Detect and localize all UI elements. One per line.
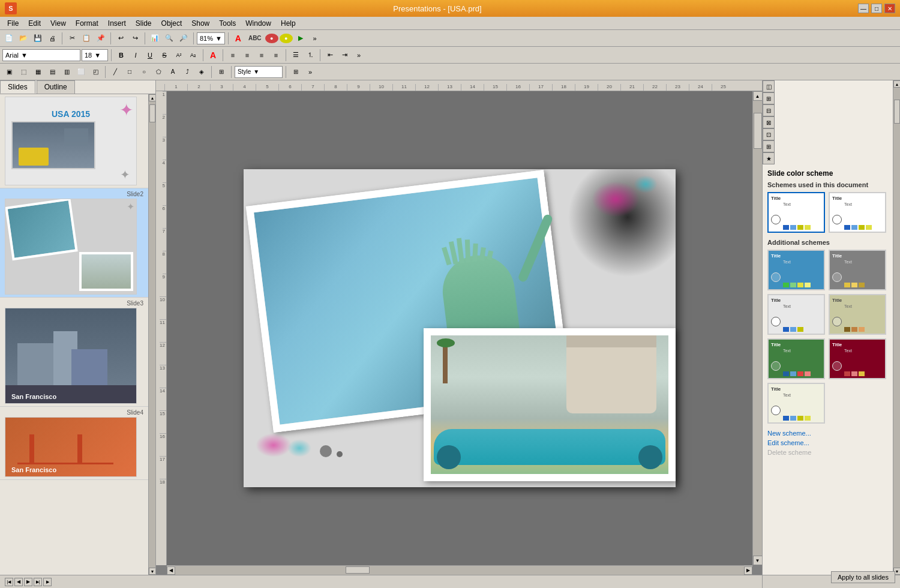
font-color-button[interactable]: A [206, 49, 220, 62]
more-fmt-button[interactable]: » [352, 49, 365, 62]
play-show[interactable]: ▶ [43, 578, 52, 586]
strikethrough-button[interactable]: S [158, 49, 171, 62]
superscript-button[interactable]: A² [172, 49, 185, 62]
vscroll-up[interactable]: ▲ [753, 91, 763, 101]
new-button[interactable]: 📄 [2, 32, 16, 45]
slide-item-1[interactable]: USA 2015 ✦ ✦ [0, 94, 148, 188]
text-button[interactable]: A [232, 32, 245, 45]
maximize-button[interactable]: □ [871, 4, 882, 13]
size-dropdown[interactable]: 18 ▼ [82, 49, 108, 61]
rect-tool[interactable]: □ [123, 65, 136, 79]
draw-btn3[interactable]: ▤ [46, 65, 59, 79]
vscroll-thumb[interactable] [754, 113, 762, 149]
save-button[interactable]: 💾 [31, 32, 44, 45]
apply-to-slides-button[interactable]: Apply to all slides [831, 571, 895, 583]
close-button[interactable]: ✕ [884, 4, 895, 13]
menu-slide[interactable]: Slide [131, 18, 157, 29]
menu-help[interactable]: Help [276, 18, 301, 29]
nav-last[interactable]: ▶| [34, 578, 42, 586]
align-center-button[interactable]: ≡ [241, 49, 254, 62]
photo-beach[interactable] [424, 328, 676, 481]
hscroll-thumb[interactable] [346, 566, 370, 574]
find-button[interactable]: 🔎 [177, 32, 190, 45]
justify-button[interactable]: ≡ [269, 49, 283, 62]
draw-more[interactable]: ◈ [195, 65, 208, 79]
panel-icon-1[interactable]: ◫ [763, 80, 775, 92]
redo-button[interactable]: ↪ [128, 32, 142, 45]
panel-icon-5[interactable]: ⊡ [763, 128, 775, 140]
edit-scheme-link[interactable]: Edit scheme... [767, 439, 888, 446]
slide-scroll-up[interactable]: ▲ [149, 94, 155, 101]
menu-object[interactable]: Object [157, 18, 187, 29]
undo-button[interactable]: ↩ [114, 32, 127, 45]
scheme-green[interactable]: Title Text [767, 338, 825, 379]
scheme-used-1[interactable]: Title Text [767, 192, 825, 233]
menu-format[interactable]: Format [71, 18, 103, 29]
new-scheme-link[interactable]: New scheme... [767, 430, 888, 437]
font-dropdown[interactable]: Arial ▼ [2, 49, 80, 61]
draw-btn6[interactable]: ◰ [89, 65, 102, 79]
slide-scroll-thumb[interactable] [149, 104, 155, 122]
spellcheck-button[interactable]: ABC [246, 32, 264, 45]
scheme-blue[interactable]: Title Text [767, 250, 825, 290]
tab-slides[interactable]: Slides [0, 80, 35, 94]
copy-button[interactable]: 📋 [80, 32, 93, 45]
slide-item-2[interactable]: Slide2 ✦ [0, 188, 148, 298]
panel-icon-6[interactable]: ⊞ [763, 140, 775, 152]
panel-icon-3[interactable]: ⊟ [763, 104, 775, 116]
tab-outline[interactable]: Outline [37, 80, 75, 94]
panel-icon-7[interactable]: ★ [763, 152, 775, 164]
draw-btn5[interactable]: ⬜ [74, 65, 88, 79]
paste-button[interactable]: 📌 [94, 32, 107, 45]
rps-up[interactable]: ▲ [893, 80, 900, 88]
menu-edit[interactable]: Edit [23, 18, 46, 29]
style-dropdown[interactable]: Style▼ [235, 66, 283, 78]
oval-tool[interactable]: ○ [137, 65, 151, 79]
draw-btn4[interactable]: ▥ [60, 65, 73, 79]
bold-button[interactable]: B [115, 49, 128, 62]
align-right-button[interactable]: ≡ [255, 49, 268, 62]
arrange-tool[interactable]: ⊞ [215, 65, 228, 79]
menu-file[interactable]: File [2, 18, 23, 29]
more-draw-button[interactable]: » [304, 65, 317, 79]
text-tool[interactable]: A [166, 65, 179, 79]
scheme-tan[interactable]: Title Text [829, 294, 886, 335]
italic-button[interactable]: I [129, 49, 142, 62]
draw-select[interactable]: ▣ [2, 65, 16, 79]
panel-icon-2[interactable]: ⊞ [763, 92, 775, 104]
draw-btn1[interactable]: ⬚ [17, 65, 30, 79]
indent-less-button[interactable]: ⇤ [323, 49, 337, 62]
hscroll-left[interactable]: ◀ [167, 566, 175, 575]
scheme-light[interactable]: Title Text [767, 294, 825, 335]
cut-button[interactable]: ✂ [65, 32, 79, 45]
tb-btn1[interactable]: ● [265, 34, 278, 43]
menu-tools[interactable]: Tools [214, 18, 241, 29]
nav-next[interactable]: ▶ [24, 578, 32, 586]
draw-btn2[interactable]: ▦ [31, 65, 44, 79]
nav-prev[interactable]: ◀ [14, 578, 23, 586]
insert-chart-button[interactable]: 📊 [148, 32, 161, 45]
menu-insert[interactable]: Insert [103, 18, 131, 29]
menu-show[interactable]: Show [187, 18, 214, 29]
minimize-button[interactable]: — [858, 4, 869, 13]
panel-icon-4[interactable]: ⊠ [763, 116, 775, 128]
zoom-in-button[interactable]: 🔍 [163, 32, 176, 45]
more-button[interactable]: » [308, 32, 322, 45]
underline-button[interactable]: U [143, 49, 157, 62]
slide-canvas[interactable] [167, 91, 752, 565]
print-button[interactable]: 🖨 [46, 32, 59, 45]
menu-window[interactable]: Window [241, 18, 276, 29]
zoom-dropdown[interactable]: 81% ▼ [197, 32, 225, 44]
connector-tool[interactable]: ⤴ [181, 65, 194, 79]
scheme-darkred[interactable]: Title Text [829, 338, 886, 379]
menu-view[interactable]: View [46, 18, 71, 29]
tb-btn2[interactable]: ● [280, 34, 293, 43]
subscript-button[interactable]: A₂ [187, 49, 200, 62]
indent-more-button[interactable]: ⇥ [338, 49, 351, 62]
scheme-darkgray[interactable]: Title Text [829, 250, 886, 290]
bullets-button[interactable]: ☰ [289, 49, 302, 62]
numbering-button[interactable]: ⒈ [304, 49, 317, 62]
align-left-button[interactable]: ≡ [226, 49, 239, 62]
poly-tool[interactable]: ⬠ [152, 65, 165, 79]
rps-thumb[interactable] [894, 100, 900, 124]
